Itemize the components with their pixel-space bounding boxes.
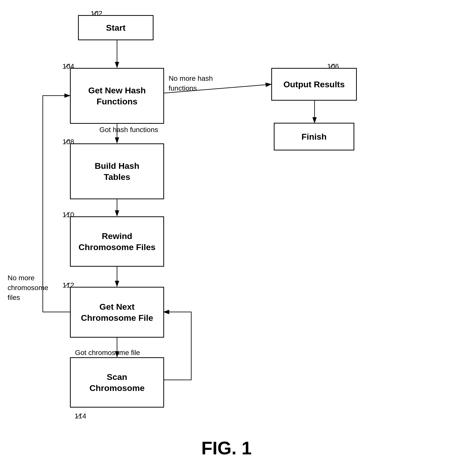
get-new-hash-box: Get New HashFunctions (70, 68, 164, 124)
svg-line-9 (65, 64, 70, 67)
svg-line-13 (77, 414, 82, 417)
label-no-more-hash: No more hashfunctions (169, 73, 213, 93)
svg-line-14 (330, 64, 335, 67)
svg-line-10 (65, 139, 70, 143)
svg-line-12 (65, 283, 70, 286)
ref-104-tick (62, 62, 78, 69)
flowchart-arrows (0, 0, 461, 476)
ref-112-tick (62, 281, 78, 288)
get-next-box: Get NextChromosome File (70, 287, 164, 338)
label-got-hash: Got hash functions (99, 126, 158, 134)
ref-108-tick (62, 137, 78, 145)
start-box: Start (78, 15, 153, 40)
output-box: Output Results (271, 68, 357, 101)
svg-line-8 (93, 11, 98, 15)
ref-110-tick (62, 210, 78, 218)
label-got-chr: Got chromosome file (75, 349, 140, 357)
finish-box: Finish (274, 123, 354, 150)
scan-box: ScanChromosome (70, 357, 164, 408)
svg-line-11 (65, 212, 70, 216)
figure-label: FIG. 1 (151, 438, 302, 458)
build-hash-box: Build HashTables (70, 143, 164, 199)
diagram-container: Start 102 Get New HashFunctions 104 Buil… (0, 0, 461, 476)
ref-106-tick (327, 62, 342, 69)
label-no-more-chr: No morechromosomefiles (8, 273, 48, 303)
ref-114-tick (74, 412, 90, 419)
ref-102-tick (91, 9, 106, 17)
rewind-box: RewindChromosome Files (70, 216, 164, 267)
